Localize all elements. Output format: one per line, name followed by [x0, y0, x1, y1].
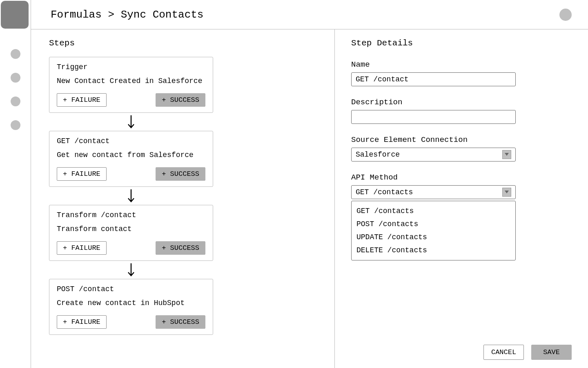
avatar-icon[interactable] — [559, 9, 572, 21]
api-method-select-display[interactable]: GET /contacts — [351, 185, 516, 199]
cancel-button[interactable]: CANCEL — [483, 345, 524, 360]
step-actions: + FAILURE + SUCCESS — [57, 315, 205, 329]
api-method-dropdown: GET /contacts POST /contacts UPDATE /con… — [351, 201, 516, 260]
step-actions: + FAILURE + SUCCESS — [57, 167, 205, 181]
add-failure-button[interactable]: + FAILURE — [57, 315, 107, 329]
api-option-get[interactable]: GET /contacts — [352, 204, 515, 218]
api-option-delete[interactable]: DELETE /contacts — [352, 244, 515, 257]
add-failure-button[interactable]: + FAILURE — [57, 167, 107, 181]
source-field-group: Source Element Connection Salesforce — [351, 135, 572, 162]
step-description: Get new contact from Salesforce — [57, 151, 205, 159]
step-title: GET /contact — [57, 137, 205, 145]
step-card-transform-contact[interactable]: Transform /contact Transform contact + F… — [49, 205, 213, 261]
add-success-button[interactable]: + SUCCESS — [156, 167, 205, 181]
main-area: Formulas > Sync Contacts Steps Trigger N… — [31, 0, 588, 368]
step-description: Create new contact in HubSpot — [57, 299, 205, 307]
breadcrumb[interactable]: Formulas > Sync Contacts — [51, 9, 203, 21]
details-panel-title: Step Details — [351, 38, 572, 48]
sidebar-nav-item-2[interactable] — [11, 73, 20, 83]
step-card-get-contact[interactable]: GET /contact Get new contact from Salesf… — [49, 131, 213, 187]
logo-icon[interactable] — [1, 1, 29, 29]
add-failure-button[interactable]: + FAILURE — [57, 241, 107, 255]
chevron-down-icon — [502, 188, 511, 197]
source-label: Source Element Connection — [351, 135, 572, 144]
step-title: POST /contact — [57, 285, 205, 293]
header: Formulas > Sync Contacts — [31, 0, 588, 29]
source-select-display[interactable]: Salesforce — [351, 148, 516, 162]
left-sidebar — [0, 0, 31, 368]
api-method-select-value: GET /contacts — [356, 188, 413, 196]
add-success-button[interactable]: + SUCCESS — [156, 93, 205, 107]
content: Steps Trigger New Contact Created in Sal… — [31, 29, 588, 368]
source-select[interactable]: Salesforce — [351, 148, 516, 162]
add-success-button[interactable]: + SUCCESS — [156, 315, 205, 329]
description-input[interactable] — [351, 110, 516, 124]
svg-marker-4 — [505, 191, 509, 193]
api-option-post[interactable]: POST /contacts — [352, 218, 515, 231]
sidebar-nav-item-1[interactable] — [11, 49, 20, 59]
name-label: Name — [351, 60, 572, 69]
step-actions: + FAILURE + SUCCESS — [57, 93, 205, 107]
chevron-down-icon — [502, 150, 511, 159]
description-field-group: Description — [351, 98, 572, 124]
app-root: Formulas > Sync Contacts Steps Trigger N… — [0, 0, 588, 368]
add-success-button[interactable]: + SUCCESS — [156, 241, 205, 255]
step-details-panel: Step Details Name Description Source Ele… — [335, 29, 588, 368]
arrow-down-icon — [49, 261, 213, 279]
api-option-update[interactable]: UPDATE /contacts — [352, 231, 515, 244]
step-description: Transform contact — [57, 225, 205, 233]
arrow-down-icon — [49, 113, 213, 131]
add-failure-button[interactable]: + FAILURE — [57, 93, 107, 107]
source-select-value: Salesforce — [356, 150, 400, 159]
steps-panel-title: Steps — [49, 38, 320, 48]
details-footer-actions: CANCEL SAVE — [351, 345, 572, 360]
sidebar-nav-item-4[interactable] — [11, 120, 20, 130]
step-actions: + FAILURE + SUCCESS — [57, 241, 205, 255]
step-title: Trigger — [57, 63, 205, 71]
name-field-group: Name — [351, 60, 572, 86]
step-title: Transform /contact — [57, 211, 205, 219]
arrow-down-icon — [49, 187, 213, 205]
name-input[interactable] — [351, 72, 516, 86]
step-card-trigger[interactable]: Trigger New Contact Created in Salesforc… — [49, 57, 213, 113]
api-method-label: API Method — [351, 173, 572, 182]
sidebar-nav-item-3[interactable] — [11, 96, 20, 106]
api-method-select[interactable]: GET /contacts — [351, 185, 516, 199]
api-method-field-group: API Method GET /contacts GET /contacts P… — [351, 173, 572, 260]
steps-panel: Steps Trigger New Contact Created in Sal… — [31, 29, 335, 368]
step-description: New Contact Created in Salesforce — [57, 77, 205, 85]
step-card-post-contact[interactable]: POST /contact Create new contact in HubS… — [49, 279, 213, 335]
svg-marker-3 — [505, 153, 509, 156]
save-button[interactable]: SAVE — [531, 345, 572, 360]
description-label: Description — [351, 98, 572, 107]
